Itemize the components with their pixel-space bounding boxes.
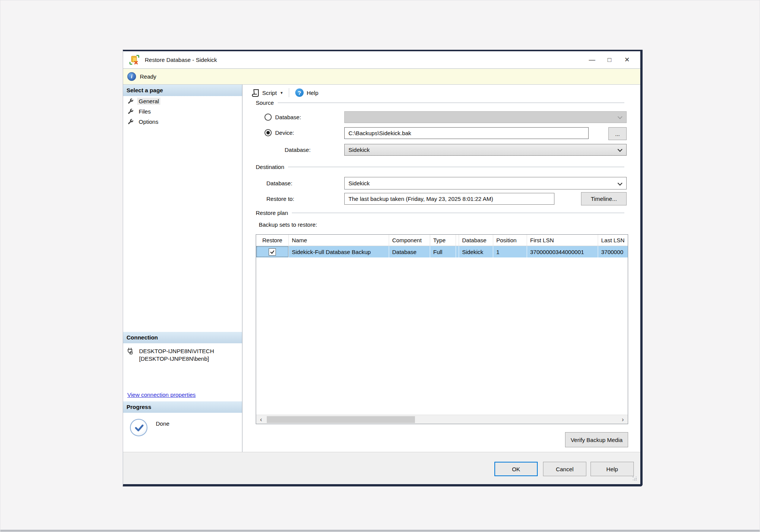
column-header-component[interactable]: Component [389, 235, 430, 246]
connection-server-line1: DESKTOP-IJNPE8N\VITECH [139, 347, 214, 355]
sidebar-item-options[interactable]: Options [123, 117, 242, 127]
connection-server-line2: [DESKTOP-IJNPE8N\benb] [139, 355, 214, 363]
cell-name: Sidekick-Full Database Backup [289, 246, 389, 257]
device-radio-label: Device: [275, 129, 294, 136]
cell-spacer [456, 246, 459, 257]
chevron-down-icon [618, 114, 622, 119]
scroll-left-arrow[interactable]: ‹ [256, 415, 266, 424]
cell-type: Full [430, 246, 456, 257]
wrench-icon [127, 118, 134, 125]
browse-button[interactable]: ... [608, 127, 627, 140]
window-title: Restore Database - Sidekick [145, 57, 217, 63]
restore-database-icon [129, 55, 139, 65]
help-footer-button[interactable]: Help [591, 462, 634, 476]
cancel-button[interactable]: Cancel [543, 462, 586, 476]
group-rule [278, 103, 624, 103]
restore-plan-group-label: Restore plan [256, 210, 288, 216]
column-header-last-lsn[interactable]: Last LSN [598, 235, 628, 246]
column-header-first-lsn[interactable]: First LSN [527, 235, 598, 246]
device-path-input[interactable]: C:\Backups\Sidekick.bak [344, 127, 589, 139]
horizontal-scrollbar[interactable]: ‹ › [256, 415, 628, 424]
help-label: Help [307, 90, 318, 96]
scroll-right-arrow[interactable]: › [618, 415, 628, 424]
sidebar-item-label: Options [137, 118, 160, 125]
scrollbar-thumb[interactable] [267, 416, 415, 423]
cell-first-lsn: 37000000344000001 [527, 246, 598, 257]
restore-checkbox[interactable] [269, 248, 276, 256]
destination-database-label: Database: [266, 180, 292, 186]
done-check-icon [130, 419, 147, 436]
column-header-name[interactable]: Name [289, 235, 389, 246]
restore-to-label: Restore to: [266, 196, 294, 202]
dialog-footer: OK Cancel Help [123, 452, 640, 484]
source-database-value: Sidekick [348, 147, 370, 153]
column-header-type[interactable]: Type [430, 235, 456, 246]
source-group-label: Source [256, 99, 274, 106]
database-radio-label: Database: [275, 114, 301, 120]
window-controls: — □ ✕ [583, 51, 640, 68]
column-header-restore[interactable]: Restore [256, 235, 289, 246]
restore-to-input[interactable]: The last backup taken (Friday, May 23, 2… [344, 193, 554, 205]
source-database-value-combo[interactable]: Sidekick [344, 144, 627, 156]
select-a-page-header: Select a page [123, 85, 242, 96]
progress-status: Done [156, 419, 169, 427]
device-radio[interactable] [264, 129, 272, 136]
source-database-label: Database: [285, 147, 310, 153]
toolbar: Script ▾ ? Help [242, 86, 321, 99]
destination-group: Destination [256, 164, 624, 170]
restore-plan-group: Restore plan [256, 210, 624, 216]
column-header-database[interactable]: Database [459, 235, 493, 246]
ok-button[interactable]: OK [494, 462, 538, 476]
destination-group-label: Destination [256, 164, 284, 170]
title-bar: Restore Database - Sidekick — □ ✕ [123, 51, 640, 69]
script-icon [252, 89, 259, 97]
restore-checkbox-cell[interactable] [256, 246, 289, 257]
info-icon: i [127, 72, 136, 81]
help-icon: ? [295, 88, 304, 97]
cell-last-lsn: 3700000 [598, 246, 628, 257]
group-rule [292, 213, 624, 213]
help-button[interactable]: ? Help [292, 87, 321, 98]
sidebar-item-files[interactable]: Files [123, 106, 242, 117]
table-header-row: Restore Name Component Type Database Pos… [256, 235, 628, 246]
connection-server-text: DESKTOP-IJNPE8N\VITECH [DESKTOP-IJNPE8N\… [139, 347, 214, 363]
column-header-position[interactable]: Position [493, 235, 527, 246]
verify-backup-media-button[interactable]: Verify Backup Media [565, 432, 628, 447]
view-connection-properties-link[interactable]: View connection properties [127, 392, 242, 398]
connection-header: Connection [123, 332, 242, 343]
status-bar: i Ready [123, 69, 640, 85]
database-radio[interactable] [264, 114, 272, 121]
resize-grip[interactable] [633, 477, 637, 481]
source-group: Source [256, 99, 624, 106]
timeline-button[interactable]: Timeline... [581, 192, 627, 205]
source-database-combo [344, 111, 627, 123]
chevron-down-icon [618, 147, 622, 152]
table-row[interactable]: Sidekick-Full Database Backup Database F… [256, 246, 628, 257]
maximize-button[interactable]: □ [601, 51, 618, 68]
server-connection-icon [127, 347, 135, 357]
close-button[interactable]: ✕ [618, 51, 636, 68]
column-header-spacer [456, 235, 459, 246]
wrench-icon [127, 98, 134, 104]
minimize-button[interactable]: — [583, 51, 601, 68]
sidebar-item-label: General [137, 98, 160, 105]
cell-component: Database [389, 246, 430, 257]
sidebar-item-general[interactable]: General [123, 96, 242, 106]
cell-database: Sidekick [459, 246, 493, 257]
toolbar-separator [289, 88, 289, 97]
sidebar-item-label: Files [137, 108, 152, 115]
main-panel: Script ▾ ? Help Source Database: [242, 85, 640, 452]
chevron-down-icon [618, 181, 622, 186]
script-button[interactable]: Script ▾ [249, 87, 286, 98]
status-text: Ready [140, 73, 156, 80]
backup-sets-label: Backup sets to restore: [259, 221, 317, 228]
backup-sets-table: Restore Name Component Type Database Pos… [256, 234, 628, 424]
wrench-icon [127, 108, 134, 115]
canvas-bottom-edge [0, 530, 760, 532]
progress-header: Progress [123, 401, 242, 413]
sidebar: Select a page General Files [123, 85, 242, 452]
screenshot-canvas: Restore Database - Sidekick — □ ✕ i Read… [0, 0, 760, 532]
script-label: Script [262, 90, 277, 96]
destination-database-combo[interactable]: Sidekick [344, 177, 627, 189]
restore-database-dialog: Restore Database - Sidekick — □ ✕ i Read… [123, 50, 643, 486]
